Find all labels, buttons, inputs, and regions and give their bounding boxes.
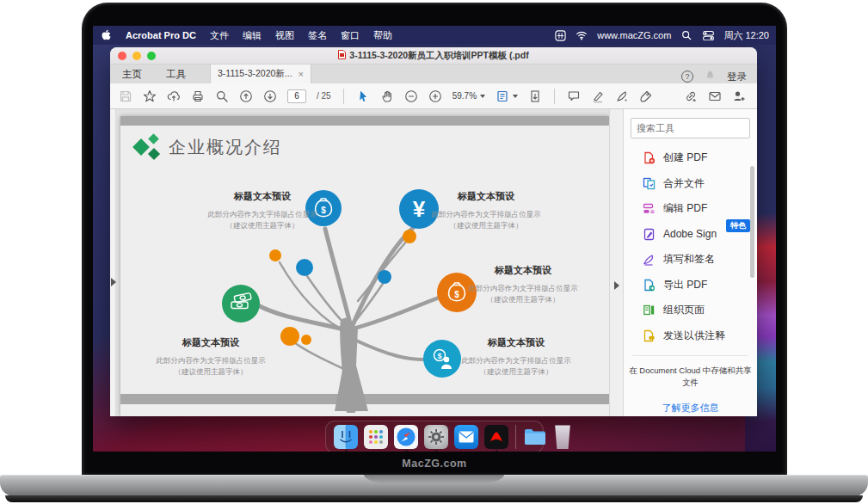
link-share-icon[interactable] [684,89,698,103]
tool-combine-files[interactable]: 合并文件 [624,171,757,197]
hand-tool-icon[interactable] [380,89,394,103]
highlighter-icon[interactable] [591,89,605,103]
chevron-down-icon [513,95,518,98]
tools-search-input[interactable] [637,123,744,133]
share-upload-icon[interactable] [167,89,181,103]
folder-icon[interactable] [523,425,547,449]
tools-panel: 创建 PDF 合并文件 编辑 PDF Adobe Sign 特色 [624,109,757,416]
stamp-tools-icon[interactable] [639,89,653,103]
menu-file[interactable]: 文件 [210,29,229,42]
tool-export-pdf[interactable]: 导出 PDF [624,273,757,298]
finder-icon[interactable] [334,425,358,449]
acrobat-window: 3-1115-3-2020新员工入职培训PPT模板 (.pdf 主页 工具 3-… [110,47,757,416]
menu-edit[interactable]: 编辑 [243,29,262,42]
page-up-icon[interactable] [239,89,253,103]
menu-view[interactable]: 视图 [275,29,294,42]
tool-send-comments[interactable]: 发送以供注释 [624,323,757,349]
organize-pages-icon [643,304,656,317]
nav-pane-strip[interactable] [110,109,116,416]
zoom-in-icon[interactable] [428,89,442,103]
print-icon[interactable] [191,89,205,103]
sign-in-button[interactable]: 登录 [727,71,747,83]
menu-sign[interactable]: 签名 [308,29,327,42]
combine-files-icon [643,177,656,190]
panel-divider[interactable] [609,109,624,416]
menu-help[interactable]: 帮助 [373,29,392,42]
learn-more-link[interactable]: 了解更多信息 [624,402,757,415]
tool-edit-pdf[interactable]: 编辑 PDF [624,196,757,222]
tool-fill-sign[interactable]: 填写和签名 [624,247,757,273]
system-preferences-icon[interactable] [424,425,448,449]
zoom-window-button[interactable] [147,52,156,60]
add-people-icon[interactable] [732,89,746,103]
close-tab-icon[interactable]: × [299,69,304,79]
text-block-mid-right: 标题文本预设 此部分内容作为文字排版占位显示 （建议使用主题字体） [440,264,606,305]
tool-organize-pages[interactable]: 组织页面 [624,298,757,323]
launchpad-icon[interactable] [364,425,388,449]
block-line2: （建议使用主题字体） [440,294,606,305]
menu-window[interactable]: 窗口 [341,29,360,42]
menubar-clock[interactable]: 周六 12:20 [723,29,769,42]
tool-create-pdf[interactable]: 创建 PDF [624,145,757,171]
safari-icon[interactable] [394,425,418,449]
panel-divider-line [632,355,748,356]
menubar-status-url[interactable]: www.macZG.com [597,30,671,40]
dock-divider [515,425,516,449]
expand-right-pane-icon[interactable] [614,281,619,290]
tab-home[interactable]: 主页 [110,65,154,83]
close-window-button[interactable] [118,52,126,60]
page-number-input[interactable]: 6 [287,89,306,103]
scroll-mode-icon[interactable] [528,89,542,103]
tool-label: 组织页面 [663,303,705,317]
find-icon[interactable] [215,89,229,103]
tab-document[interactable]: 3-1115-3-2020新... × [210,65,311,83]
tab-document-label: 3-1115-3-2020新... [218,68,292,80]
save-icon[interactable] [119,89,132,103]
export-pdf-icon [643,279,656,292]
laptop-lid-scoop [364,475,504,484]
minimize-window-button[interactable] [132,52,141,60]
tab-tools[interactable]: 工具 [154,65,198,83]
text-block-top-left: 标题文本预设 此部分内容作为文字排版占位显示 （建议使用主题字体） [176,190,348,231]
page-down-icon[interactable] [263,89,277,103]
email-icon[interactable] [708,89,722,103]
menu-bar: Acrobat Pro DC 文件 编辑 视图 签名 窗口 帮助 www.mac… [93,26,776,45]
tool-adobe-sign[interactable]: Adobe Sign 特色 [624,222,757,248]
menubar-app-name[interactable]: Acrobat Pro DC [126,30,196,40]
acrobat-icon[interactable] [484,425,508,449]
text-block-bottom-right: 标题文本预设 此部分内容作为文字排版占位显示 （建议使用主题字体） [432,336,600,378]
fill-sign-icon[interactable] [615,89,629,103]
block-line2: （建议使用主题字体） [400,220,572,231]
slide-top-bar [120,116,609,126]
tools-search-box[interactable] [631,118,750,138]
toolbar-divider [554,89,555,104]
help-icon[interactable]: ? [681,71,693,83]
zoom-out-icon[interactable] [404,89,418,103]
zoom-level-value: 59.7% [452,91,477,101]
zoom-level-dropdown[interactable]: 59.7% [452,91,485,101]
search-icon[interactable] [680,29,693,41]
document-cloud-note: 在 Document Cloud 中存储和共享文件 [624,365,757,389]
trash-icon[interactable] [553,425,572,449]
comment-icon[interactable] [567,89,581,103]
select-cursor-icon[interactable] [356,89,370,103]
laptop-base-shadow [5,495,863,502]
dock [325,421,544,452]
bell-icon[interactable] [705,70,716,83]
input-grid-icon[interactable] [554,29,566,41]
create-pdf-icon [643,151,656,164]
window-content: 企业概况介绍 [110,109,757,416]
apple-menu-icon[interactable] [100,29,112,41]
send-comments-icon [643,329,656,342]
main-toolbar: 6 / 25 59.7% [110,83,757,109]
document-area[interactable]: 企业概况介绍 [110,109,609,416]
control-center-icon[interactable] [702,29,714,41]
featured-badge: 特色 [726,219,750,232]
page-view-dropdown[interactable] [496,89,518,103]
panel-scrollbar[interactable] [750,166,754,278]
mail-icon[interactable] [454,425,478,449]
page-view-icon [496,89,509,103]
expand-left-pane-icon[interactable] [111,278,116,286]
wifi-icon[interactable] [576,29,588,41]
star-icon[interactable] [143,89,157,103]
